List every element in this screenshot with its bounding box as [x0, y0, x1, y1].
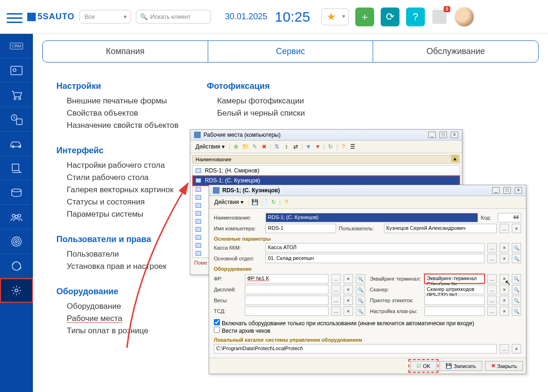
- browse-button[interactable]: …: [487, 306, 497, 316]
- link-equipment[interactable]: Оборудование: [56, 300, 179, 313]
- sidebar-support[interactable]: [0, 254, 33, 278]
- browse-button[interactable]: …: [500, 344, 509, 353]
- sync-button[interactable]: ⟳: [381, 8, 399, 26]
- keyboard-field[interactable]: [424, 306, 485, 316]
- search-button[interactable]: 🔍: [512, 254, 521, 263]
- link-statuses[interactable]: Статусы и состояния: [56, 196, 179, 208]
- link-lists[interactable]: Белый и черный списки: [207, 107, 305, 119]
- scanner-field[interactable]: Сканер штрихкодов (RS-232) №1: [424, 285, 485, 294]
- browse-button[interactable]: …: [487, 274, 497, 283]
- search-button[interactable]: 🔍: [512, 243, 521, 252]
- link-pay-types[interactable]: Типы оплат в рознице: [56, 325, 179, 337]
- list-row-selected[interactable]: RDS-1; (С. Кузнецов): [193, 176, 460, 186]
- search-button[interactable]: 🔍: [356, 274, 365, 283]
- clear-filter-icon[interactable]: ▼: [314, 143, 321, 150]
- sidebar-crm[interactable]: CRM: [0, 34, 33, 58]
- link-gallery[interactable]: Галерея векторных картинок: [56, 184, 179, 196]
- refresh-icon[interactable]: ↻: [327, 143, 334, 150]
- link-workplaces[interactable]: Рабочие места: [56, 313, 179, 325]
- doc-icon[interactable]: 📄: [260, 198, 268, 206]
- kkm-field[interactable]: Касса АТОЛ: [266, 243, 485, 252]
- link-sys-params[interactable]: Параметры системы: [56, 208, 179, 220]
- refresh-icon[interactable]: ↻: [270, 198, 277, 206]
- add-icon[interactable]: ⊕: [232, 143, 240, 150]
- edit-icon[interactable]: ✎: [251, 143, 258, 150]
- browse-button[interactable]: …: [331, 285, 341, 294]
- sidebar-finance[interactable]: [0, 180, 33, 205]
- computer-field[interactable]: RDS-1: [266, 224, 336, 233]
- clear-button[interactable]: ×: [500, 306, 509, 316]
- fr-field[interactable]: ФР №1 К: [245, 274, 329, 283]
- link-prop-assign[interactable]: Назначение свойств объектов: [56, 119, 179, 132]
- search-button[interactable]: 🔍: [356, 296, 365, 305]
- actions-dropdown[interactable]: Действия ▾: [212, 197, 246, 207]
- scroll-up-icon[interactable]: ▲: [451, 155, 459, 162]
- search-input[interactable]: 🔍 Искать клиент: [136, 10, 211, 24]
- search-button[interactable]: 🔍: [512, 296, 521, 305]
- sidebar-car[interactable]: [0, 132, 33, 156]
- move-up-icon[interactable]: ↕: [282, 143, 290, 150]
- close-button[interactable]: ✖Закрыть: [485, 361, 523, 371]
- link-ext-forms[interactable]: Внешние печатные формы: [56, 95, 179, 107]
- sidebar-contacts[interactable]: [0, 58, 33, 83]
- list-row[interactable]: RDS-1; (Н. Смирнов): [193, 166, 460, 176]
- scope-select[interactable]: Все: [79, 10, 131, 24]
- swap-icon[interactable]: ⇄: [292, 143, 299, 150]
- hamburger-menu[interactable]: [7, 10, 23, 24]
- ok-button[interactable]: ☑OK: [410, 361, 437, 371]
- sidebar-cart[interactable]: [0, 83, 33, 107]
- search-button[interactable]: 🔍: [512, 306, 521, 316]
- clear-button[interactable]: ×: [500, 254, 509, 263]
- sidebar-staff[interactable]: [0, 205, 33, 229]
- filter-icon[interactable]: ▼: [305, 143, 312, 150]
- link-cameras[interactable]: Камеры фотофиксации: [207, 95, 305, 107]
- delete-icon[interactable]: ✖: [260, 143, 268, 150]
- display-field[interactable]: [245, 285, 329, 294]
- hierarchy-icon[interactable]: ⇅: [273, 143, 281, 150]
- browse-button[interactable]: …: [500, 224, 509, 233]
- maximize-button[interactable]: □: [503, 187, 511, 194]
- user-avatar[interactable]: [454, 7, 475, 27]
- search-button[interactable]: 🔍: [356, 285, 365, 294]
- clear-button[interactable]: ×: [500, 243, 509, 252]
- notifications[interactable]: 8: [432, 10, 446, 24]
- link-users[interactable]: Пользователи: [56, 248, 179, 260]
- link-rights[interactable]: Установка прав и настроек: [56, 260, 179, 273]
- code-field[interactable]: 44: [498, 213, 521, 222]
- browse-button[interactable]: …: [487, 285, 497, 294]
- actions-dropdown[interactable]: Действия ▾: [193, 142, 227, 151]
- browse-button[interactable]: …: [331, 296, 341, 305]
- minimize-button[interactable]: _: [492, 187, 500, 194]
- browse-button[interactable]: …: [487, 296, 497, 305]
- link-obj-props[interactable]: Свойства объектов: [56, 107, 179, 119]
- name-field[interactable]: RDS-1; (С. Кузнецов): [266, 213, 478, 222]
- favorites-dropdown[interactable]: ★: [321, 8, 349, 25]
- search-button[interactable]: 🔍: [512, 285, 521, 294]
- tab-service[interactable]: Сервис: [208, 41, 374, 62]
- save-button[interactable]: 💾Записать: [439, 361, 482, 371]
- search-button[interactable]: 🔍: [512, 274, 521, 283]
- tab-maintenance[interactable]: Обслуживание: [373, 41, 538, 62]
- tsd-field[interactable]: [245, 306, 329, 316]
- folder-add-icon[interactable]: 📁: [242, 143, 249, 150]
- browse-button[interactable]: …: [331, 274, 341, 283]
- help-button[interactable]: ?: [406, 8, 425, 26]
- clear-button[interactable]: ×: [344, 285, 353, 294]
- clear-button[interactable]: ×: [512, 344, 521, 353]
- scale-field[interactable]: [245, 296, 329, 305]
- acquiring-field[interactable]: Эквайринг-терминал Сбербанк №: [424, 274, 485, 283]
- clear-button[interactable]: ×: [500, 285, 509, 294]
- help-icon[interactable]: ?: [282, 198, 290, 206]
- link-desk-styles[interactable]: Стили рабочего стола: [56, 172, 179, 184]
- sidebar-target[interactable]: [0, 229, 33, 254]
- column-header-name[interactable]: Наименование ▲: [192, 155, 460, 164]
- maximize-button[interactable]: □: [439, 132, 447, 138]
- sidebar-warehouse[interactable]: [0, 156, 33, 180]
- archive-checkbox[interactable]: [214, 327, 220, 333]
- add-button[interactable]: ＋: [355, 8, 374, 26]
- clear-button[interactable]: ×: [512, 224, 521, 233]
- clear-button[interactable]: ×: [344, 296, 353, 305]
- clear-button[interactable]: ×: [500, 296, 509, 305]
- dept-field[interactable]: 01. Склад ресепшн: [266, 254, 485, 263]
- sidebar-schedule[interactable]: [0, 107, 33, 132]
